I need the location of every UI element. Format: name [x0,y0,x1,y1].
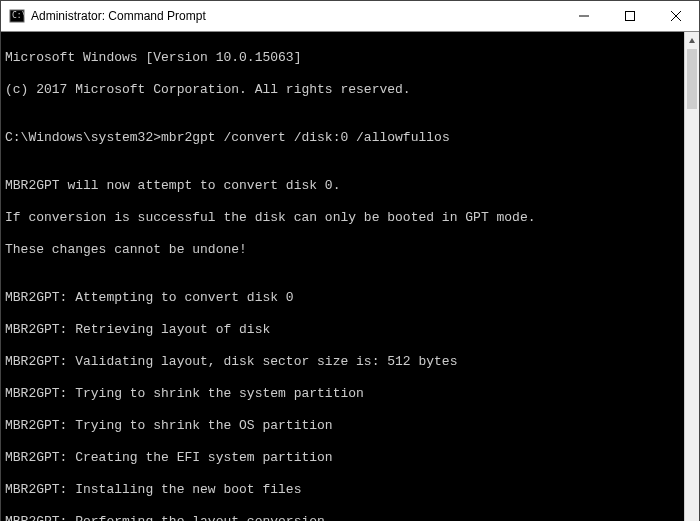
close-button[interactable] [653,1,699,31]
svg-text:C:\: C:\ [12,11,25,20]
command-text: mbr2gpt /convert /disk:0 /allowfullos [161,130,450,145]
output-line: Microsoft Windows [Version 10.0.15063] [5,50,684,66]
command-line: C:\Windows\system32>mbr2gpt /convert /di… [5,130,684,146]
output-line: MBR2GPT: Trying to shrink the system par… [5,386,684,402]
output-line: MBR2GPT: Trying to shrink the OS partiti… [5,418,684,434]
titlebar[interactable]: C:\ Administrator: Command Prompt [1,1,699,31]
window: C:\ Administrator: Command Prompt Micros… [0,0,700,521]
prompt-path: C:\Windows\system32> [5,130,161,145]
output-line: MBR2GPT: Installing the new boot files [5,482,684,498]
output-line: (c) 2017 Microsoft Corporation. All righ… [5,82,684,98]
scroll-track[interactable] [685,49,699,521]
output-line: MBR2GPT: Creating the EFI system partiti… [5,450,684,466]
output-line: MBR2GPT will now attempt to convert disk… [5,178,684,194]
output-line: MBR2GPT: Retrieving layout of disk [5,322,684,338]
output-line: If conversion is successful the disk can… [5,210,684,226]
maximize-button[interactable] [607,1,653,31]
cmd-icon: C:\ [9,8,25,24]
window-title: Administrator: Command Prompt [31,9,206,23]
output-line: MBR2GPT: Validating layout, disk sector … [5,354,684,370]
scroll-thumb[interactable] [687,49,697,109]
console-output[interactable]: Microsoft Windows [Version 10.0.15063] (… [1,32,684,521]
output-line: MBR2GPT: Attempting to convert disk 0 [5,290,684,306]
vertical-scrollbar[interactable] [684,32,699,521]
output-line: These changes cannot be undone! [5,242,684,258]
svg-marker-6 [689,38,695,43]
scroll-up-button[interactable] [685,32,699,49]
minimize-button[interactable] [561,1,607,31]
output-line: MBR2GPT: Performing the layout conversio… [5,514,684,521]
console-area: Microsoft Windows [Version 10.0.15063] (… [1,31,699,521]
svg-rect-3 [626,12,635,21]
